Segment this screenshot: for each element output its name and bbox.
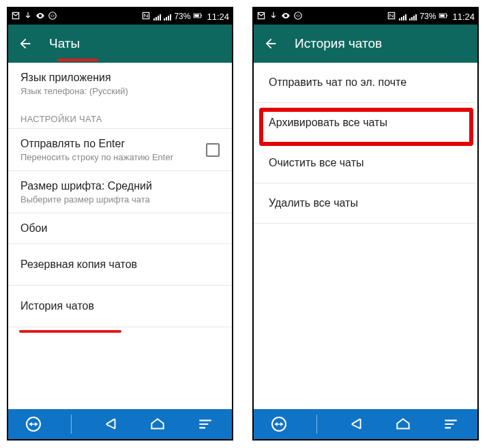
signal-2-icon — [164, 13, 171, 20]
status-bar: 73% 11:24 — [254, 8, 477, 25]
item-email-chat[interactable]: Отправить чат по эл. почте — [254, 63, 477, 102]
page-title: История чатов — [295, 36, 382, 51]
item-font-size[interactable]: Размер шрифта: Средний Выберите размер ш… — [8, 171, 232, 213]
highlight-history — [19, 330, 121, 333]
nav-recent[interactable] — [196, 415, 214, 433]
screen-history: 73% 11:24 История чатов Отправить чат по… — [252, 7, 479, 440]
teamviewer-icon[interactable] — [26, 417, 41, 432]
section-chat-settings: НАСТРОЙКИ ЧАТА — [8, 104, 232, 128]
item-backup[interactable]: Резервная копия чатов — [8, 244, 232, 285]
battery-percent: 73% — [419, 12, 436, 21]
label: Резервная копия чатов — [20, 258, 220, 271]
status-bar: 73% 11:24 — [8, 8, 232, 25]
sublabel: Язык телефона: (Русский) — [20, 86, 220, 96]
divider — [8, 327, 232, 327]
label: Язык приложения — [20, 71, 220, 85]
sublabel: Переносить строку по нажатию Enter — [20, 152, 173, 162]
svg-point-0 — [49, 12, 57, 19]
svg-rect-4 — [195, 14, 199, 17]
signal-1-icon — [399, 13, 406, 20]
clock: 11:24 — [452, 12, 475, 22]
svg-rect-3 — [201, 14, 202, 16]
clock: 11:24 — [207, 12, 229, 22]
nav-home[interactable] — [394, 415, 412, 433]
nav-separator — [316, 415, 317, 434]
history-menu: Отправить чат по эл. почте Архивировать … — [254, 63, 477, 409]
back-button[interactable] — [18, 36, 33, 51]
highlight-title — [57, 59, 98, 61]
app-bar-history: История чатов — [254, 25, 477, 63]
nav-back[interactable] — [346, 415, 364, 433]
item-send-on-enter[interactable]: Отправлять по Enter Переносить строку по… — [8, 129, 232, 170]
nav-recent[interactable] — [442, 415, 460, 433]
label: Отправлять по Enter — [20, 137, 173, 151]
nfc-icon — [141, 11, 151, 23]
label: История чатов — [20, 299, 220, 313]
item-chat-history[interactable]: История чатов — [8, 286, 232, 327]
notif-sync-icon — [293, 11, 303, 23]
page-title: Чаты — [49, 36, 80, 51]
svg-point-5 — [295, 12, 302, 19]
notif-mail-icon — [256, 11, 266, 23]
label: Обои — [20, 222, 220, 235]
item-app-language[interactable]: Язык приложения Язык телефона: (Русский) — [8, 63, 232, 104]
item-archive-all[interactable]: Архивировать все чаты — [254, 103, 477, 143]
teamviewer-icon[interactable] — [271, 417, 286, 432]
send-on-enter-checkbox[interactable] — [206, 143, 220, 157]
notif-sync-icon — [48, 11, 57, 23]
notif-down-icon — [269, 11, 278, 23]
label: Размер шрифта: Средний — [20, 179, 220, 193]
divider — [254, 223, 477, 224]
screen-chats: 73% 11:24 Чаты Язык приложения Язык теле… — [7, 7, 233, 440]
notif-mail-icon — [11, 11, 20, 23]
nav-home[interactable] — [149, 415, 166, 433]
signal-2-icon — [409, 13, 417, 20]
nav-back[interactable] — [101, 415, 119, 433]
back-button[interactable] — [263, 36, 278, 51]
notif-down-icon — [23, 11, 33, 23]
item-wallpaper[interactable]: Обои — [8, 213, 232, 243]
android-nav-bar — [8, 409, 232, 439]
item-delete-all[interactable]: Удалить все чаты — [254, 183, 477, 223]
battery-icon — [193, 11, 203, 23]
android-nav-bar — [254, 409, 477, 439]
sublabel: Выберите размер шрифта чата — [20, 194, 220, 205]
signal-1-icon — [153, 13, 161, 20]
app-bar-chats: Чаты — [8, 25, 232, 63]
battery-icon — [439, 11, 448, 23]
settings-list: Язык приложения Язык телефона: (Русский)… — [8, 63, 232, 409]
nfc-icon — [387, 11, 396, 23]
item-clear-all[interactable]: Очистить все чаты — [254, 143, 477, 183]
svg-rect-8 — [447, 14, 447, 16]
notif-eye-icon — [35, 11, 45, 23]
notif-eye-icon — [281, 11, 291, 23]
nav-separator — [71, 415, 72, 434]
battery-percent: 73% — [174, 12, 190, 21]
svg-rect-9 — [441, 14, 445, 17]
